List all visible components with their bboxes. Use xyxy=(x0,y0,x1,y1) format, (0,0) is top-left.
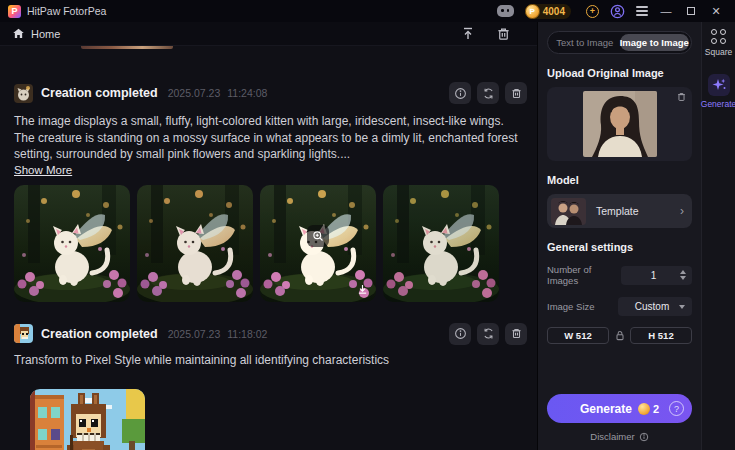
result-image-2[interactable] xyxy=(137,185,253,302)
account-icon[interactable] xyxy=(610,4,625,19)
square-grid-icon xyxy=(711,29,726,44)
lock-aspect-icon[interactable] xyxy=(614,329,626,342)
disclaimer-link[interactable]: Disclaimer xyxy=(547,431,692,442)
upload-section-title: Upload Original Image xyxy=(547,67,692,79)
regenerate-button[interactable] xyxy=(477,82,499,104)
title-bar: P HitPaw FotorPea P 4004 + — ✕ xyxy=(0,0,735,22)
upload-original-image-box[interactable] xyxy=(547,87,692,161)
creation-avatar xyxy=(14,324,33,343)
export-top-icon[interactable] xyxy=(460,26,476,42)
home-breadcrumb[interactable]: Home xyxy=(31,28,60,40)
coin-balance-badge[interactable]: P 4004 xyxy=(525,4,571,19)
coin-icon: P xyxy=(525,4,540,19)
app-window: P HitPaw FotorPea P 4004 + — ✕ xyxy=(0,0,735,450)
settings-panel: Text to Image Image to Image Upload Orig… xyxy=(537,22,701,450)
result-images-row xyxy=(14,185,537,302)
tools-rail: Square Generate xyxy=(701,22,735,450)
close-button[interactable]: ✕ xyxy=(709,5,723,18)
app-logo-icon: P xyxy=(8,5,21,18)
result-image-1[interactable] xyxy=(14,185,130,302)
tab-image-to-image[interactable]: Image to Image xyxy=(620,34,690,51)
result-image-pixel[interactable] xyxy=(30,389,145,450)
previous-image-cutoff xyxy=(81,46,173,49)
app-title: HitPaw FotorPea xyxy=(27,5,106,17)
generate-button[interactable]: Generate 2 ? xyxy=(547,394,692,423)
image-size-dropdown[interactable]: Custom xyxy=(618,297,692,316)
minimize-button[interactable]: — xyxy=(659,5,673,17)
result-image-3[interactable] xyxy=(260,185,376,302)
model-section-title: Model xyxy=(547,174,692,186)
generate-cost: 2 xyxy=(653,403,659,415)
creation-time: 11:24:08 xyxy=(227,87,267,99)
height-input[interactable]: H 512 xyxy=(630,327,692,344)
menu-icon[interactable] xyxy=(636,6,648,16)
home-bar: Home xyxy=(0,22,537,46)
model-selector[interactable]: Template › xyxy=(547,194,692,228)
rail-item-generate[interactable]: Generate xyxy=(701,74,735,109)
info-button[interactable] xyxy=(449,82,471,104)
regenerate-button[interactable] xyxy=(477,323,499,345)
rail-item-square[interactable]: Square xyxy=(705,29,732,57)
image-size-value: Custom xyxy=(625,301,679,312)
creation-date: 2025.07.23 xyxy=(168,328,221,340)
creation-avatar xyxy=(14,84,33,103)
info-icon xyxy=(639,432,649,442)
chevron-down-icon xyxy=(679,305,685,309)
tab-text-to-image[interactable]: Text to Image xyxy=(550,34,620,51)
mode-tabs: Text to Image Image to Image xyxy=(547,31,692,54)
info-button[interactable] xyxy=(449,323,471,345)
chevron-right-icon: › xyxy=(680,204,684,218)
discord-icon[interactable] xyxy=(497,5,514,17)
model-thumbnail xyxy=(551,198,586,225)
generate-help-icon[interactable]: ? xyxy=(669,401,684,416)
creation-prompt: Transform to Pixel Style while maintaini… xyxy=(14,353,537,367)
general-settings-title: General settings xyxy=(547,241,692,253)
number-of-images-value: 1 xyxy=(627,270,680,281)
download-icon[interactable] xyxy=(356,283,369,296)
creation-status: Creation completed xyxy=(41,327,158,341)
creation-time: 11:18:02 xyxy=(227,328,267,340)
home-icon xyxy=(12,27,25,40)
creation-description: The image displays a small, fluffy, ligh… xyxy=(14,113,522,163)
creation-status: Creation completed xyxy=(41,86,158,100)
number-of-images-label: Number of Images xyxy=(547,264,621,286)
add-coins-button[interactable]: + xyxy=(586,5,599,18)
sparkle-icon xyxy=(711,77,727,93)
uploaded-image-preview xyxy=(583,91,657,157)
coin-balance: 4004 xyxy=(543,6,565,17)
creation-entry: Creation completed 2025.07.23 11:18:02 xyxy=(14,323,537,450)
stepper-up-icon[interactable] xyxy=(680,270,686,274)
remove-image-trash-icon[interactable] xyxy=(676,91,687,106)
zoom-preview-icon[interactable] xyxy=(307,225,329,247)
delete-button[interactable] xyxy=(505,82,527,104)
maximize-button[interactable] xyxy=(684,5,698,17)
credit-coin-icon xyxy=(638,403,650,415)
model-value: Template xyxy=(596,205,639,217)
creations-column: Home xyxy=(0,22,537,450)
creation-entry: Creation completed 2025.07.23 11:24:08 xyxy=(14,82,537,302)
creation-feed: Creation completed 2025.07.23 11:24:08 xyxy=(0,46,537,450)
creation-date: 2025.07.23 xyxy=(168,87,221,99)
stepper-down-icon[interactable] xyxy=(680,276,686,280)
show-more-link[interactable]: Show More xyxy=(14,164,72,176)
number-of-images-stepper[interactable]: 1 xyxy=(621,266,692,285)
delete-button[interactable] xyxy=(505,323,527,345)
image-size-label: Image Size xyxy=(547,301,595,312)
clear-history-trash-icon[interactable] xyxy=(496,26,511,42)
width-input[interactable]: W 512 xyxy=(547,327,609,344)
result-image-4[interactable] xyxy=(383,185,499,302)
